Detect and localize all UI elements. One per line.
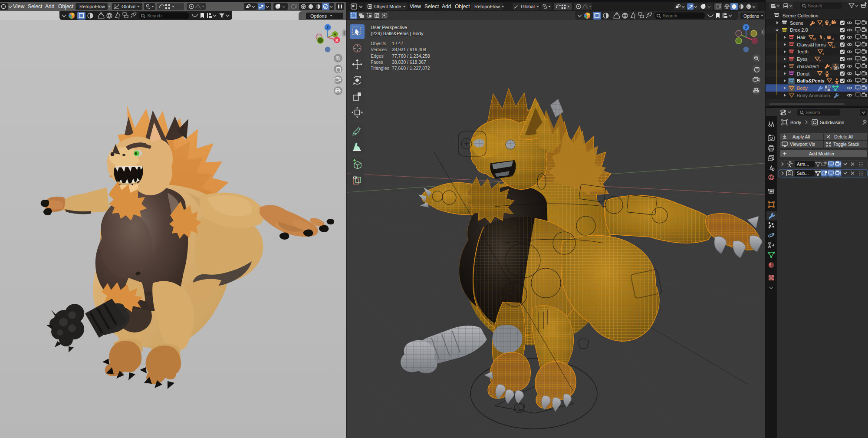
svg-text:Teeth: Teeth	[797, 49, 809, 54]
svg-text:7: 7	[819, 59, 821, 63]
svg-text:Eyes: Eyes	[797, 56, 808, 62]
svg-text:Search: Search	[806, 110, 820, 115]
svg-text:Body: Body	[797, 86, 808, 91]
svg-text:Z: Z	[326, 26, 329, 30]
svg-text:Z: Z	[745, 26, 747, 30]
svg-text:114: 114	[834, 66, 839, 70]
svg-text:Scene: Scene	[790, 20, 803, 26]
svg-text:2: 2	[823, 37, 825, 41]
svg-text:2: 2	[829, 23, 831, 27]
svg-text:3: 3	[830, 66, 832, 70]
svg-text:Search: Search	[808, 3, 822, 8]
svg-text:2: 2	[822, 23, 823, 27]
svg-text:Viewport Vis: Viewport Vis	[790, 142, 815, 147]
svg-text:2: 2	[831, 81, 833, 85]
svg-text:Y: Y	[334, 33, 336, 37]
svg-text:Add Modifier: Add Modifier	[809, 151, 835, 156]
svg-text:Hair: Hair	[797, 35, 806, 40]
svg-text:Claws&Horns: Claws&Horns	[797, 42, 826, 47]
svg-text:Drox 2.0: Drox 2.0	[790, 27, 808, 33]
svg-text:3: 3	[822, 52, 824, 56]
svg-text:12: 12	[832, 45, 835, 49]
svg-text:61: 61	[813, 37, 816, 41]
svg-text:Sub...: Sub...	[797, 171, 809, 176]
svg-text:Body Animation: Body Animation	[797, 93, 830, 98]
svg-text:Subdivision: Subdivision	[820, 120, 844, 125]
svg-text:Toggle Stack: Toggle Stack	[833, 142, 860, 147]
svg-text:Balls&Penis: Balls&Penis	[797, 78, 825, 83]
svg-text:Apply All: Apply All	[792, 134, 810, 139]
svg-text:X: X	[335, 38, 338, 43]
svg-text:Body: Body	[790, 120, 802, 125]
svg-text:Scene Collection: Scene Collection	[783, 13, 819, 18]
svg-text:Search: Search	[663, 13, 677, 18]
svg-text:Arm...: Arm...	[797, 161, 809, 167]
svg-text:character1: character1	[797, 64, 819, 69]
svg-text:4: 4	[832, 37, 834, 41]
svg-text:Search: Search	[147, 13, 161, 18]
svg-text:Donut: Donut	[797, 71, 809, 76]
svg-text:Delete All: Delete All	[834, 134, 853, 139]
